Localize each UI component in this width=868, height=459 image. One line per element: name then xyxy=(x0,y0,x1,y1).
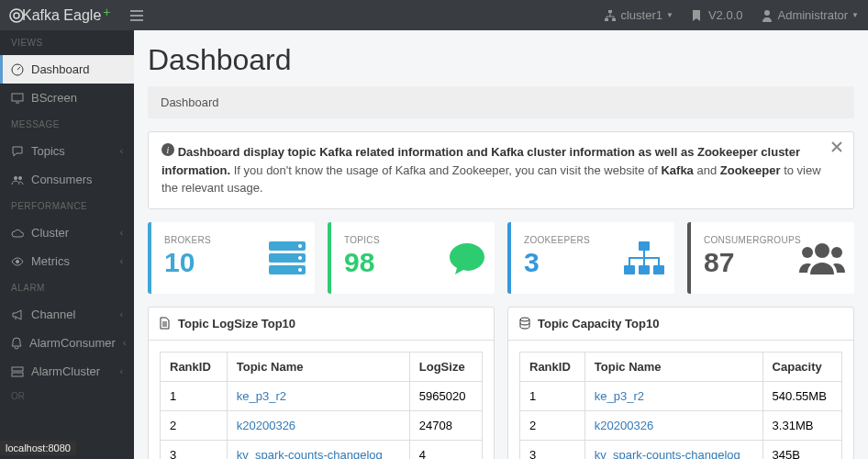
sidebar-item-bscreen[interactable]: BScreen xyxy=(0,84,134,112)
stat-consumergroups[interactable]: CONSUMERGROUPS 87 xyxy=(687,222,854,294)
cell-topic: k20200326 xyxy=(227,410,409,440)
sidebar-item-cluster[interactable]: Cluster‹ xyxy=(0,218,134,247)
status-tooltip: localhost:8080 xyxy=(0,441,76,455)
cell-topic: k20200326 xyxy=(584,410,762,440)
stats-row: BROKERS 10 TOPICS 98 ZOOKEEPERS 3 xyxy=(148,222,854,294)
svg-point-28 xyxy=(520,318,529,321)
close-icon xyxy=(831,141,842,152)
users-icon xyxy=(11,174,24,185)
panel-title: Topic Capacity Top10 xyxy=(538,317,659,330)
user-icon xyxy=(762,9,774,22)
chevron-left-icon: ‹ xyxy=(120,228,123,238)
cell-value: 4 xyxy=(409,440,482,459)
table-row: 2k202003263.31MB xyxy=(520,410,842,440)
sidebar-item-consumers[interactable]: Consumers xyxy=(0,165,134,194)
svg-point-0 xyxy=(10,9,23,22)
col-topicname: Topic Name xyxy=(584,352,762,381)
col-rankid: RankID xyxy=(161,352,228,381)
server-icon xyxy=(267,238,307,278)
sidebar-section-header: MESSAGE xyxy=(0,112,134,137)
cell-rank: 3 xyxy=(161,440,228,459)
panel-head: Topic Capacity Top10 xyxy=(508,308,853,341)
svg-point-25 xyxy=(815,243,829,258)
topic-link[interactable]: k20200326 xyxy=(595,419,653,432)
sidebar-item-channel[interactable]: Channel‹ xyxy=(0,300,134,329)
topic-link[interactable]: ke_p3_r2 xyxy=(595,389,644,403)
cell-topic: ke_p3_r2 xyxy=(584,381,762,410)
version-link[interactable]: V2.0.0 xyxy=(683,8,752,22)
page-title: Dashboard xyxy=(148,30,854,86)
brand-plus: + xyxy=(103,5,110,19)
cell-value: 540.55MB xyxy=(762,381,841,410)
file-icon xyxy=(160,317,172,330)
sidebar-item-topics[interactable]: Topics‹ xyxy=(0,137,134,165)
version-label: V2.0.0 xyxy=(708,8,743,22)
svg-rect-21 xyxy=(639,241,650,251)
cell-topic: kv_spark-counts-changelog xyxy=(584,440,762,459)
svg-rect-3 xyxy=(605,18,608,21)
chevron-left-icon: ‹ xyxy=(120,256,123,266)
stat-topics[interactable]: TOPICS 98 xyxy=(328,222,495,294)
caret-down-icon: ▼ xyxy=(666,11,673,19)
alert-close-button[interactable] xyxy=(831,141,842,152)
sidebar-footer: OR xyxy=(0,386,134,407)
user-dropdown[interactable]: Administrator ▼ xyxy=(752,8,869,22)
sidebar-item-label: Consumers xyxy=(31,173,123,186)
sidebar-item-label: Cluster xyxy=(31,226,113,240)
topic-link[interactable]: k20200326 xyxy=(237,419,295,432)
sidebar-item-label: Dashboard xyxy=(31,62,123,76)
users-icon xyxy=(797,240,847,276)
sidebar-item-dashboard[interactable]: Dashboard xyxy=(0,55,134,84)
svg-rect-2 xyxy=(608,10,612,13)
cell-value: 345B xyxy=(762,440,841,459)
svg-point-18 xyxy=(298,244,302,248)
brand[interactable]: Kafka Eagle + xyxy=(0,7,119,24)
topbar-right: cluster1 ▼ V2.0.0 Administrator ▼ xyxy=(595,8,868,22)
topic-link[interactable]: kv_spark-counts-changelog xyxy=(595,448,740,460)
alert-text2: and xyxy=(694,163,720,177)
user-label: Administrator xyxy=(778,8,849,22)
table-row: 3kv_spark-counts-changelog345B xyxy=(520,440,842,459)
breadcrumb: Dashboard xyxy=(148,86,854,118)
sidebar-item-label: AlarmCluster xyxy=(31,364,113,378)
svg-rect-24 xyxy=(653,265,664,274)
sidebar-item-label: BScreen xyxy=(31,91,123,105)
stat-brokers[interactable]: BROKERS 10 xyxy=(148,222,315,294)
svg-rect-23 xyxy=(639,265,650,274)
chevron-left-icon: ‹ xyxy=(123,338,126,348)
table-row: 1ke_p3_r25965020 xyxy=(161,381,483,410)
topic-link[interactable]: kv_spark-counts-changelog xyxy=(237,448,383,460)
cell-topic: ke_p3_r2 xyxy=(227,381,409,410)
svg-point-8 xyxy=(14,176,17,180)
cell-rank: 3 xyxy=(520,440,585,459)
hamburger-icon xyxy=(130,10,143,21)
panel-logsize: Topic LogSize Top10 RankID Topic Name Lo… xyxy=(148,307,495,460)
col-rankid: RankID xyxy=(520,352,585,381)
sidebar: VIEWSDashboardBScreenMESSAGETopics‹Consu… xyxy=(0,30,134,459)
logsize-table: RankID Topic Name LogSize 1ke_p3_r259650… xyxy=(160,352,483,460)
panel-capacity: Topic Capacity Top10 RankID Topic Name C… xyxy=(507,307,854,460)
sidebar-item-alarmconsumer[interactable]: AlarmConsumer‹ xyxy=(0,329,134,357)
topic-link[interactable]: ke_p3_r2 xyxy=(237,389,286,403)
chevron-left-icon: ‹ xyxy=(120,309,123,319)
col-topicname: Topic Name xyxy=(227,352,409,381)
cell-value: 24708 xyxy=(409,410,482,440)
cluster-dropdown[interactable]: cluster1 ▼ xyxy=(595,8,682,22)
bell-icon xyxy=(11,337,22,350)
sidebar-item-metrics[interactable]: Metrics‹ xyxy=(0,247,134,275)
svg-rect-4 xyxy=(612,18,616,21)
sidebar-toggle[interactable] xyxy=(119,10,154,21)
comment-icon xyxy=(11,145,24,158)
logo-icon xyxy=(9,8,22,23)
server-icon xyxy=(11,366,24,377)
sidebar-section-header: ALARM xyxy=(0,275,134,300)
stat-zookeepers[interactable]: ZOOKEEPERS 3 xyxy=(507,222,674,294)
cell-rank: 1 xyxy=(520,381,585,410)
table-row: 1ke_p3_r2540.55MB xyxy=(520,381,842,410)
sidebar-item-alarmcluster[interactable]: AlarmCluster‹ xyxy=(0,357,134,386)
tv-icon xyxy=(11,93,24,104)
svg-point-19 xyxy=(298,256,302,260)
svg-point-10 xyxy=(16,260,19,263)
alert-text1: If you don't know the usage of Kafka and… xyxy=(230,163,661,177)
caret-down-icon: ▼ xyxy=(851,11,859,19)
